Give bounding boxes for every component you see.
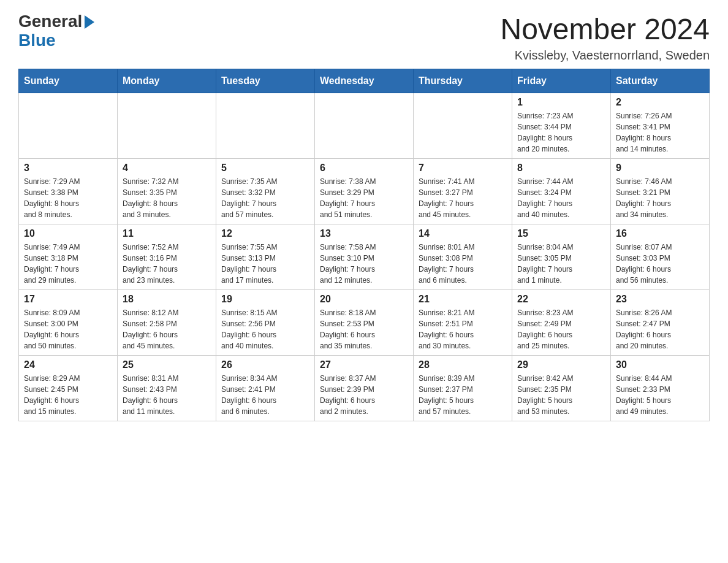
day-info: Sunrise: 7:23 AM Sunset: 3:44 PM Dayligh…: [517, 110, 605, 155]
calendar-cell: 13Sunrise: 7:58 AM Sunset: 3:10 PM Dayli…: [315, 224, 414, 290]
calendar-table: Sunday Monday Tuesday Wednesday Thursday…: [18, 69, 710, 421]
day-number: 18: [123, 294, 211, 305]
calendar-cell: 1Sunrise: 7:23 AM Sunset: 3:44 PM Daylig…: [512, 93, 611, 159]
calendar-cell: 23Sunrise: 8:26 AM Sunset: 2:47 PM Dayli…: [611, 290, 710, 356]
calendar-cell: 5Sunrise: 7:35 AM Sunset: 3:32 PM Daylig…: [216, 159, 315, 224]
calendar-cell: 30Sunrise: 8:44 AM Sunset: 2:33 PM Dayli…: [611, 356, 710, 421]
week-row-4: 17Sunrise: 8:09 AM Sunset: 3:00 PM Dayli…: [19, 290, 710, 356]
day-number: 2: [616, 97, 704, 108]
col-friday: Friday: [512, 69, 611, 93]
day-info: Sunrise: 7:26 AM Sunset: 3:41 PM Dayligh…: [616, 110, 704, 155]
day-number: 13: [320, 228, 408, 239]
calendar-cell: 6Sunrise: 7:38 AM Sunset: 3:29 PM Daylig…: [315, 159, 414, 224]
day-number: 1: [517, 97, 605, 108]
day-info: Sunrise: 8:07 AM Sunset: 3:03 PM Dayligh…: [616, 242, 704, 286]
day-info: Sunrise: 7:32 AM Sunset: 3:35 PM Dayligh…: [123, 176, 211, 220]
day-number: 17: [24, 294, 112, 305]
calendar-cell: 21Sunrise: 8:21 AM Sunset: 2:51 PM Dayli…: [414, 290, 512, 356]
day-info: Sunrise: 7:29 AM Sunset: 3:38 PM Dayligh…: [24, 176, 112, 220]
location-subtitle: Kvissleby, Vaesternorrland, Sweden: [500, 48, 710, 63]
day-info: Sunrise: 7:46 AM Sunset: 3:21 PM Dayligh…: [616, 176, 704, 220]
day-info: Sunrise: 8:09 AM Sunset: 3:00 PM Dayligh…: [24, 307, 112, 351]
col-thursday: Thursday: [414, 69, 512, 93]
col-tuesday: Tuesday: [216, 69, 315, 93]
day-number: 15: [517, 228, 605, 239]
calendar-cell: 18Sunrise: 8:12 AM Sunset: 2:58 PM Dayli…: [118, 290, 216, 356]
week-row-5: 24Sunrise: 8:29 AM Sunset: 2:45 PM Dayli…: [19, 356, 710, 421]
day-number: 10: [24, 228, 112, 239]
day-info: Sunrise: 8:01 AM Sunset: 3:08 PM Dayligh…: [419, 242, 507, 286]
calendar-cell: 22Sunrise: 8:23 AM Sunset: 2:49 PM Dayli…: [512, 290, 611, 356]
day-info: Sunrise: 8:26 AM Sunset: 2:47 PM Dayligh…: [616, 307, 704, 351]
day-info: Sunrise: 8:23 AM Sunset: 2:49 PM Dayligh…: [517, 307, 605, 351]
calendar-cell: [19, 93, 118, 159]
calendar-cell: 25Sunrise: 8:31 AM Sunset: 2:43 PM Dayli…: [118, 356, 216, 421]
day-info: Sunrise: 7:55 AM Sunset: 3:13 PM Dayligh…: [221, 242, 309, 286]
calendar-cell: [216, 93, 315, 159]
calendar-cell: 24Sunrise: 8:29 AM Sunset: 2:45 PM Dayli…: [19, 356, 118, 421]
day-info: Sunrise: 8:04 AM Sunset: 3:05 PM Dayligh…: [517, 242, 605, 286]
calendar-cell: 15Sunrise: 8:04 AM Sunset: 3:05 PM Dayli…: [512, 224, 611, 290]
day-number: 25: [123, 359, 211, 370]
day-number: 30: [616, 359, 704, 370]
col-sunday: Sunday: [19, 69, 118, 93]
day-info: Sunrise: 7:44 AM Sunset: 3:24 PM Dayligh…: [517, 176, 605, 220]
day-number: 22: [517, 294, 605, 305]
col-wednesday: Wednesday: [315, 69, 414, 93]
calendar-cell: 10Sunrise: 7:49 AM Sunset: 3:18 PM Dayli…: [19, 224, 118, 290]
calendar-cell: 11Sunrise: 7:52 AM Sunset: 3:16 PM Dayli…: [118, 224, 216, 290]
calendar-cell: 17Sunrise: 8:09 AM Sunset: 3:00 PM Dayli…: [19, 290, 118, 356]
calendar-cell: 8Sunrise: 7:44 AM Sunset: 3:24 PM Daylig…: [512, 159, 611, 224]
calendar-header-row: Sunday Monday Tuesday Wednesday Thursday…: [19, 69, 710, 93]
day-number: 5: [221, 163, 309, 174]
day-info: Sunrise: 8:39 AM Sunset: 2:37 PM Dayligh…: [419, 373, 507, 417]
calendar-cell: 16Sunrise: 8:07 AM Sunset: 3:03 PM Dayli…: [611, 224, 710, 290]
day-number: 11: [123, 228, 211, 239]
day-info: Sunrise: 8:18 AM Sunset: 2:53 PM Dayligh…: [320, 307, 408, 351]
day-number: 16: [616, 228, 704, 239]
calendar-cell: [414, 93, 512, 159]
day-info: Sunrise: 8:31 AM Sunset: 2:43 PM Dayligh…: [123, 373, 211, 417]
day-number: 27: [320, 359, 408, 370]
day-info: Sunrise: 7:38 AM Sunset: 3:29 PM Dayligh…: [320, 176, 408, 220]
day-info: Sunrise: 7:49 AM Sunset: 3:18 PM Dayligh…: [24, 242, 112, 286]
day-number: 24: [24, 359, 112, 370]
calendar-cell: 29Sunrise: 8:42 AM Sunset: 2:35 PM Dayli…: [512, 356, 611, 421]
day-number: 20: [320, 294, 408, 305]
calendar-cell: [315, 93, 414, 159]
day-number: 9: [616, 163, 704, 174]
month-year-title: November 2024: [500, 12, 710, 46]
day-number: 21: [419, 294, 507, 305]
day-number: 19: [221, 294, 309, 305]
day-info: Sunrise: 8:42 AM Sunset: 2:35 PM Dayligh…: [517, 373, 605, 417]
week-row-2: 3Sunrise: 7:29 AM Sunset: 3:38 PM Daylig…: [19, 159, 710, 224]
day-info: Sunrise: 8:21 AM Sunset: 2:51 PM Dayligh…: [419, 307, 507, 351]
calendar-cell: 20Sunrise: 8:18 AM Sunset: 2:53 PM Dayli…: [315, 290, 414, 356]
day-info: Sunrise: 7:52 AM Sunset: 3:16 PM Dayligh…: [123, 242, 211, 286]
calendar-cell: 28Sunrise: 8:39 AM Sunset: 2:37 PM Dayli…: [414, 356, 512, 421]
week-row-3: 10Sunrise: 7:49 AM Sunset: 3:18 PM Dayli…: [19, 224, 710, 290]
calendar-cell: 2Sunrise: 7:26 AM Sunset: 3:41 PM Daylig…: [611, 93, 710, 159]
day-number: 29: [517, 359, 605, 370]
day-number: 7: [419, 163, 507, 174]
day-info: Sunrise: 8:29 AM Sunset: 2:45 PM Dayligh…: [24, 373, 112, 417]
calendar-cell: 27Sunrise: 8:37 AM Sunset: 2:39 PM Dayli…: [315, 356, 414, 421]
logo-blue-text: Blue: [18, 31, 56, 50]
day-info: Sunrise: 7:35 AM Sunset: 3:32 PM Dayligh…: [221, 176, 309, 220]
page-header: General Blue November 2024 Kvissleby, Va…: [18, 12, 710, 63]
col-monday: Monday: [118, 69, 216, 93]
day-number: 23: [616, 294, 704, 305]
logo-general-text: General: [18, 12, 82, 31]
day-number: 12: [221, 228, 309, 239]
day-number: 14: [419, 228, 507, 239]
calendar-cell: 26Sunrise: 8:34 AM Sunset: 2:41 PM Dayli…: [216, 356, 315, 421]
week-row-1: 1Sunrise: 7:23 AM Sunset: 3:44 PM Daylig…: [19, 93, 710, 159]
day-info: Sunrise: 7:58 AM Sunset: 3:10 PM Dayligh…: [320, 242, 408, 286]
calendar-cell: [118, 93, 216, 159]
calendar-cell: 9Sunrise: 7:46 AM Sunset: 3:21 PM Daylig…: [611, 159, 710, 224]
day-info: Sunrise: 8:15 AM Sunset: 2:56 PM Dayligh…: [221, 307, 309, 351]
day-number: 4: [123, 163, 211, 174]
day-info: Sunrise: 7:41 AM Sunset: 3:27 PM Dayligh…: [419, 176, 507, 220]
day-info: Sunrise: 8:44 AM Sunset: 2:33 PM Dayligh…: [616, 373, 704, 417]
calendar-cell: 4Sunrise: 7:32 AM Sunset: 3:35 PM Daylig…: [118, 159, 216, 224]
